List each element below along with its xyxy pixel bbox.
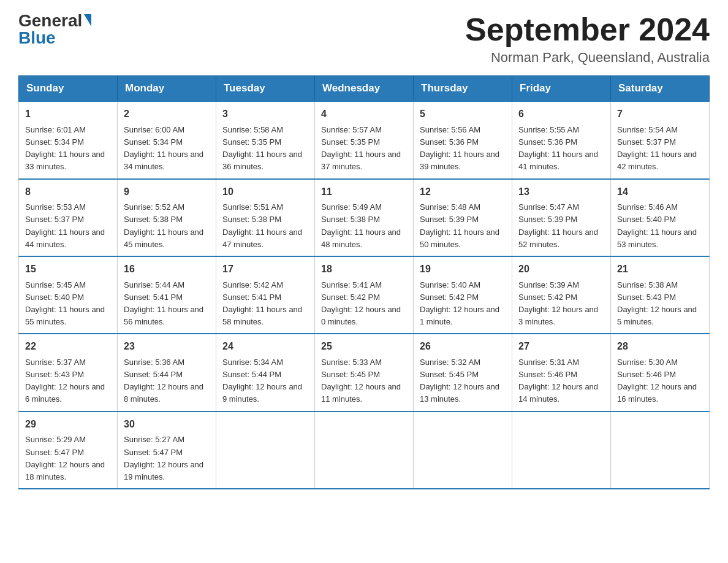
day-number: 18 bbox=[321, 262, 407, 277]
calendar-cell bbox=[611, 412, 710, 489]
sunset-line: Sunset: 5:47 PM bbox=[25, 448, 84, 457]
sunset-line: Sunset: 5:47 PM bbox=[124, 448, 183, 457]
day-number: 3 bbox=[222, 107, 308, 122]
day-number: 9 bbox=[124, 185, 210, 200]
day-number: 11 bbox=[321, 185, 407, 200]
calendar-cell: 11Sunrise: 5:49 AMSunset: 5:38 PMDayligh… bbox=[315, 179, 414, 256]
daylight-line: Daylight: 12 hours and 5 minutes. bbox=[617, 305, 697, 326]
sunrise-line: Sunrise: 5:33 AM bbox=[321, 358, 382, 367]
day-number: 27 bbox=[518, 339, 604, 354]
sunrise-line: Sunrise: 5:53 AM bbox=[25, 202, 86, 212]
sunset-line: Sunset: 5:40 PM bbox=[617, 215, 676, 224]
calendar-cell: 5Sunrise: 5:56 AMSunset: 5:36 PMDaylight… bbox=[414, 101, 512, 178]
sunrise-line: Sunrise: 5:30 AM bbox=[617, 358, 678, 367]
sunset-line: Sunset: 5:44 PM bbox=[222, 370, 281, 379]
daylight-line: Daylight: 12 hours and 14 minutes. bbox=[518, 382, 598, 404]
calendar-cell bbox=[216, 412, 315, 489]
sunset-line: Sunset: 5:38 PM bbox=[222, 215, 281, 224]
calendar-cell: 15Sunrise: 5:45 AMSunset: 5:40 PMDayligh… bbox=[19, 256, 118, 334]
calendar-cell bbox=[414, 412, 512, 489]
daylight-line: Daylight: 12 hours and 3 minutes. bbox=[518, 305, 598, 326]
sunset-line: Sunset: 5:37 PM bbox=[617, 137, 676, 147]
day-number: 12 bbox=[420, 185, 506, 200]
header-friday: Friday bbox=[512, 76, 611, 102]
daylight-line: Daylight: 11 hours and 33 minutes. bbox=[25, 150, 105, 171]
logo: General Blue bbox=[18, 12, 91, 47]
sunset-line: Sunset: 5:38 PM bbox=[321, 215, 380, 224]
sunrise-line: Sunrise: 5:29 AM bbox=[25, 435, 86, 444]
day-number: 26 bbox=[420, 339, 506, 354]
calendar-cell: 18Sunrise: 5:41 AMSunset: 5:42 PMDayligh… bbox=[315, 256, 414, 334]
daylight-line: Daylight: 12 hours and 1 minute. bbox=[420, 305, 499, 326]
daylight-line: Daylight: 11 hours and 52 minutes. bbox=[518, 228, 598, 249]
daylight-line: Daylight: 11 hours and 42 minutes. bbox=[617, 150, 697, 171]
calendar-cell: 10Sunrise: 5:51 AMSunset: 5:38 PMDayligh… bbox=[216, 179, 315, 256]
title-area: September 2024 Norman Park, Queensland, … bbox=[465, 12, 710, 66]
daylight-line: Daylight: 11 hours and 37 minutes. bbox=[321, 150, 401, 171]
daylight-line: Daylight: 11 hours and 48 minutes. bbox=[321, 228, 401, 249]
sunrise-line: Sunrise: 5:31 AM bbox=[518, 358, 579, 367]
day-number: 10 bbox=[222, 185, 308, 200]
daylight-line: Daylight: 12 hours and 9 minutes. bbox=[222, 382, 302, 404]
daylight-line: Daylight: 11 hours and 58 minutes. bbox=[222, 305, 302, 326]
calendar-cell: 4Sunrise: 5:57 AMSunset: 5:35 PMDaylight… bbox=[315, 101, 414, 178]
sunrise-line: Sunrise: 5:51 AM bbox=[222, 202, 283, 212]
day-number: 4 bbox=[321, 107, 407, 122]
sunset-line: Sunset: 5:34 PM bbox=[25, 137, 84, 147]
calendar-week-3: 15Sunrise: 5:45 AMSunset: 5:40 PMDayligh… bbox=[19, 256, 710, 334]
header-thursday: Thursday bbox=[414, 76, 512, 102]
sunset-line: Sunset: 5:41 PM bbox=[222, 293, 281, 302]
calendar-cell: 28Sunrise: 5:30 AMSunset: 5:46 PMDayligh… bbox=[611, 334, 710, 411]
day-number: 19 bbox=[420, 262, 506, 277]
header-sunday: Sunday bbox=[19, 76, 118, 102]
sunrise-line: Sunrise: 5:40 AM bbox=[420, 280, 480, 289]
day-number: 8 bbox=[25, 185, 111, 200]
calendar-table: Sunday Monday Tuesday Wednesday Thursday… bbox=[18, 75, 710, 489]
calendar-cell: 27Sunrise: 5:31 AMSunset: 5:46 PMDayligh… bbox=[512, 334, 611, 411]
sunset-line: Sunset: 5:43 PM bbox=[617, 293, 676, 302]
daylight-line: Daylight: 11 hours and 45 minutes. bbox=[124, 228, 203, 249]
daylight-line: Daylight: 11 hours and 34 minutes. bbox=[124, 150, 203, 171]
sunset-line: Sunset: 5:45 PM bbox=[420, 370, 479, 379]
daylight-line: Daylight: 12 hours and 13 minutes. bbox=[420, 382, 499, 404]
sunrise-line: Sunrise: 5:45 AM bbox=[25, 280, 86, 289]
days-header-row: Sunday Monday Tuesday Wednesday Thursday… bbox=[19, 76, 710, 102]
calendar-cell: 21Sunrise: 5:38 AMSunset: 5:43 PMDayligh… bbox=[611, 256, 710, 334]
calendar-cell: 19Sunrise: 5:40 AMSunset: 5:42 PMDayligh… bbox=[414, 256, 512, 334]
daylight-line: Daylight: 11 hours and 56 minutes. bbox=[124, 305, 203, 326]
sunrise-line: Sunrise: 5:38 AM bbox=[617, 280, 678, 289]
daylight-line: Daylight: 11 hours and 53 minutes. bbox=[617, 228, 697, 249]
sunset-line: Sunset: 5:40 PM bbox=[25, 293, 84, 302]
sunset-line: Sunset: 5:36 PM bbox=[420, 137, 479, 147]
calendar-cell: 1Sunrise: 6:01 AMSunset: 5:34 PMDaylight… bbox=[19, 101, 118, 178]
sunrise-line: Sunrise: 5:39 AM bbox=[518, 280, 579, 289]
sunrise-line: Sunrise: 5:27 AM bbox=[124, 435, 184, 444]
calendar-cell: 26Sunrise: 5:32 AMSunset: 5:45 PMDayligh… bbox=[414, 334, 512, 411]
calendar-cell: 14Sunrise: 5:46 AMSunset: 5:40 PMDayligh… bbox=[611, 179, 710, 256]
daylight-line: Daylight: 11 hours and 36 minutes. bbox=[222, 150, 302, 171]
sunrise-line: Sunrise: 5:34 AM bbox=[222, 358, 283, 367]
sunrise-line: Sunrise: 5:57 AM bbox=[321, 125, 382, 134]
day-number: 16 bbox=[124, 262, 210, 277]
daylight-line: Daylight: 12 hours and 0 minutes. bbox=[321, 305, 401, 326]
sunset-line: Sunset: 5:38 PM bbox=[124, 215, 183, 224]
day-number: 2 bbox=[124, 107, 210, 122]
calendar-week-1: 1Sunrise: 6:01 AMSunset: 5:34 PMDaylight… bbox=[19, 101, 710, 178]
daylight-line: Daylight: 11 hours and 41 minutes. bbox=[518, 150, 598, 171]
day-number: 23 bbox=[124, 339, 210, 354]
daylight-line: Daylight: 12 hours and 19 minutes. bbox=[124, 460, 203, 481]
day-number: 25 bbox=[321, 339, 407, 354]
day-number: 24 bbox=[222, 339, 308, 354]
sunset-line: Sunset: 5:41 PM bbox=[124, 293, 183, 302]
logo-blue-part bbox=[82, 14, 91, 28]
sunrise-line: Sunrise: 5:49 AM bbox=[321, 202, 382, 212]
calendar-cell: 23Sunrise: 5:36 AMSunset: 5:44 PMDayligh… bbox=[118, 334, 216, 411]
day-number: 30 bbox=[124, 417, 210, 432]
location-subtitle: Norman Park, Queensland, Australia bbox=[465, 50, 710, 66]
calendar-week-4: 22Sunrise: 5:37 AMSunset: 5:43 PMDayligh… bbox=[19, 334, 710, 411]
calendar-cell: 25Sunrise: 5:33 AMSunset: 5:45 PMDayligh… bbox=[315, 334, 414, 411]
sunrise-line: Sunrise: 5:54 AM bbox=[617, 125, 678, 134]
sunrise-line: Sunrise: 5:48 AM bbox=[420, 202, 480, 212]
calendar-cell: 3Sunrise: 5:58 AMSunset: 5:35 PMDaylight… bbox=[216, 101, 315, 178]
calendar-cell: 17Sunrise: 5:42 AMSunset: 5:41 PMDayligh… bbox=[216, 256, 315, 334]
